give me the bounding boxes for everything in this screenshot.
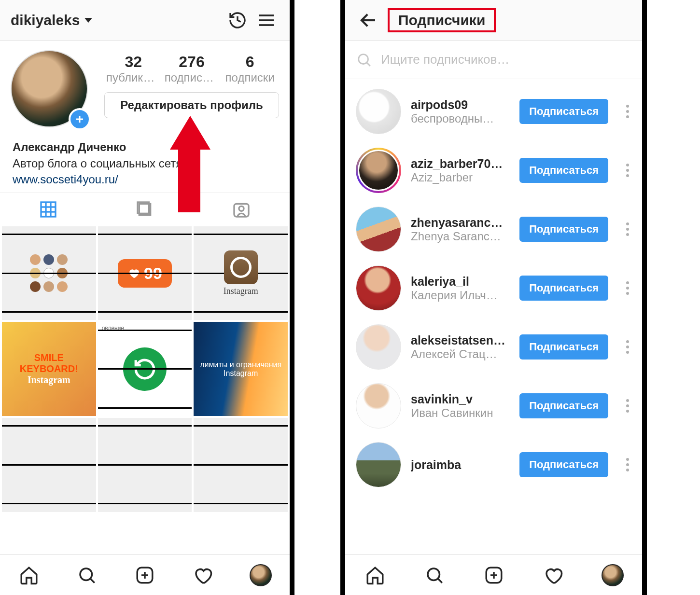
post-thumb[interactable]: Instagram <box>194 226 288 320</box>
bio: Александр Диченко Автор блога о социальн… <box>0 131 290 193</box>
restore-icon <box>123 347 167 391</box>
post-thumb[interactable] <box>2 226 96 320</box>
post-grid[interactable]: 99 Instagram SMILE KEYBOARD! Insta <box>0 226 290 554</box>
follower-row[interactable]: aziz_barber70…Aziz_barberПодписаться <box>345 141 642 200</box>
follower-fullname: Иван Савинкин <box>411 406 510 420</box>
follow-button[interactable]: Подписаться <box>519 393 608 418</box>
bio-link[interactable]: www.socseti4you.ru/ <box>13 171 277 188</box>
post-thumb[interactable]: овление <box>98 322 192 416</box>
post-thumb[interactable] <box>194 418 288 512</box>
more-options-icon[interactable] <box>618 217 637 242</box>
screenshot-divider <box>290 0 345 595</box>
stat-followers-label: подписч… <box>163 71 221 84</box>
followers-screen: Подписчики airpods09беспроводны…Подписат… <box>345 0 642 595</box>
add-story-icon[interactable] <box>69 108 91 130</box>
search-bar[interactable] <box>345 41 642 79</box>
activity-history-icon[interactable] <box>225 8 250 33</box>
avatar[interactable] <box>11 50 92 131</box>
more-options-icon[interactable] <box>618 393 637 418</box>
follower-avatar[interactable] <box>356 148 401 193</box>
profile-tabs <box>0 193 290 226</box>
follow-button[interactable]: Подписаться <box>519 334 608 360</box>
follower-row[interactable]: alekseistatsen…Алексей Стац…Подписаться <box>345 318 642 376</box>
nav-profile-icon[interactable] <box>247 562 274 589</box>
menu-icon[interactable] <box>254 8 279 33</box>
follower-avatar[interactable] <box>356 324 401 370</box>
follow-button[interactable]: Подписаться <box>519 99 608 124</box>
post-thumb[interactable]: лимиты и ограничения Instagram <box>194 322 288 416</box>
nav-activity-icon[interactable] <box>540 562 567 589</box>
follower-info: airpods09беспроводны… <box>411 98 510 125</box>
username-label[interactable]: dikiyaleks <box>11 12 80 28</box>
back-icon[interactable] <box>356 8 381 33</box>
svg-point-20 <box>359 54 368 64</box>
stat-following[interactable]: 6 подписки <box>221 53 279 84</box>
follower-list[interactable]: airpods09беспроводны…Подписатьсяaziz_bar… <box>345 79 642 554</box>
follower-info: zhenyasaranc…Zhenya Saranc… <box>411 216 510 243</box>
stat-followers[interactable]: 276 подписч… <box>163 53 221 84</box>
tab-tagged[interactable] <box>193 193 290 226</box>
stat-posts-count: 32 <box>104 53 163 71</box>
nav-profile-icon[interactable] <box>599 562 626 589</box>
stat-following-label: подписки <box>221 71 279 84</box>
stat-posts[interactable]: 32 публика… <box>104 53 163 84</box>
nav-add-icon[interactable] <box>480 562 507 589</box>
follower-avatar[interactable] <box>356 207 401 252</box>
follower-info: kaleriya_ilКалерия Ильч… <box>411 275 510 302</box>
post-thumb[interactable]: 99 <box>98 226 192 320</box>
followers-topbar: Подписчики <box>345 0 642 41</box>
like-badge: 99 <box>118 259 172 288</box>
follower-username: savinkin_v <box>411 392 510 406</box>
post-thumb[interactable]: SMILE KEYBOARD! Instagram <box>2 322 96 416</box>
tab-feed[interactable] <box>97 193 193 226</box>
nav-add-icon[interactable] <box>131 562 158 589</box>
post-thumb[interactable] <box>2 418 96 512</box>
follower-avatar[interactable] <box>356 265 401 311</box>
follower-username: aziz_barber70… <box>411 157 510 171</box>
follower-fullname: Zhenya Saranc… <box>411 230 510 243</box>
more-options-icon[interactable] <box>618 99 637 124</box>
follower-row[interactable]: zhenyasaranc…Zhenya Saranc…Подписаться <box>345 200 642 259</box>
post-thumb[interactable] <box>98 418 192 512</box>
tab-grid[interactable] <box>0 193 97 226</box>
nav-activity-icon[interactable] <box>189 562 216 589</box>
more-options-icon[interactable] <box>618 276 637 301</box>
follower-row[interactable]: savinkin_vИван СавинкинПодписаться <box>345 376 642 435</box>
follower-username: airpods09 <box>411 98 510 112</box>
follower-row[interactable]: kaleriya_ilКалерия Ильч…Подписаться <box>345 259 642 318</box>
screenshot-edge <box>642 0 695 595</box>
stat-followers-count: 276 <box>163 53 221 71</box>
svg-point-22 <box>428 568 440 581</box>
nav-search-icon[interactable] <box>421 562 448 589</box>
follower-fullname: Aziz_barber <box>411 171 510 184</box>
more-options-icon[interactable] <box>618 334 637 360</box>
stat-posts-label: публика… <box>104 71 163 84</box>
follower-avatar[interactable] <box>356 383 401 429</box>
nav-search-icon[interactable] <box>73 562 100 589</box>
more-options-icon[interactable] <box>618 452 637 477</box>
follower-avatar[interactable] <box>356 442 401 487</box>
svg-point-14 <box>80 568 92 581</box>
svg-point-13 <box>239 207 244 211</box>
nav-home-icon[interactable] <box>15 562 42 589</box>
profile-screen: dikiyaleks <box>0 0 290 595</box>
more-options-icon[interactable] <box>618 158 637 183</box>
chevron-down-icon[interactable] <box>84 18 92 23</box>
follower-row[interactable]: joraimbaПодписаться <box>345 435 642 494</box>
follower-info: savinkin_vИван Савинкин <box>411 392 510 420</box>
bottom-nav <box>345 554 642 595</box>
profile-header: 32 публика… 276 подписч… 6 подписки <box>0 41 290 131</box>
follow-button[interactable]: Подписаться <box>519 276 608 301</box>
nav-home-icon[interactable] <box>362 562 389 589</box>
svg-line-21 <box>367 62 370 66</box>
svg-line-23 <box>438 579 442 583</box>
search-input[interactable] <box>381 52 631 67</box>
follow-button[interactable]: Подписаться <box>519 158 608 183</box>
follower-fullname: Алексей Стац… <box>411 347 510 361</box>
stat-following-count: 6 <box>221 53 279 71</box>
follower-avatar[interactable] <box>356 89 401 134</box>
edit-profile-button[interactable]: Редактировать профиль <box>104 92 279 118</box>
follower-row[interactable]: airpods09беспроводны…Подписаться <box>345 82 642 141</box>
follow-button[interactable]: Подписаться <box>519 217 608 242</box>
follow-button[interactable]: Подписаться <box>519 452 608 477</box>
